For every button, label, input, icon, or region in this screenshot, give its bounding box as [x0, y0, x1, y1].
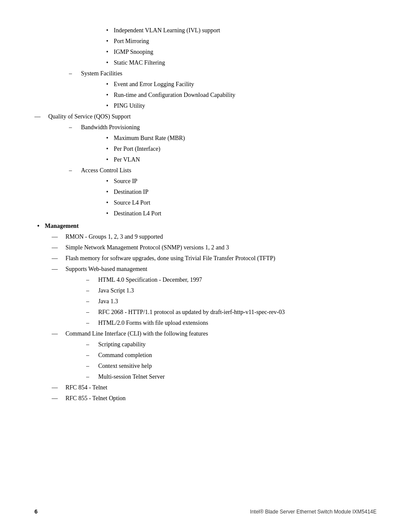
item-text: Quality of Service (QOS) Support: [48, 112, 131, 121]
bullet-symbol: •: [103, 90, 111, 100]
list-item: •Static MAC Filtering: [103, 58, 377, 67]
item-text: Destination L4 Port: [114, 209, 161, 218]
dash-symbol: –: [86, 286, 96, 295]
item-text: Command completion: [98, 351, 152, 360]
emdash-symbol: —: [52, 243, 63, 252]
item-text: RMON - Groups 1, 2, 3 and 9 supported: [65, 232, 163, 241]
list-item: –RFC 2068 - HTTP/1.1 protocol as updated…: [86, 308, 377, 317]
item-text: Event and Error Logging Facility: [114, 80, 194, 89]
bullet-symbol: •: [103, 37, 111, 46]
dash-symbol: –: [86, 297, 96, 306]
bullet-symbol: •: [103, 134, 111, 143]
list-item: –HTML 4.0 Specification - December, 1997: [86, 275, 377, 284]
list-item: –Access Control Lists: [69, 166, 377, 175]
list-item: •Management: [34, 221, 377, 230]
dash-symbol: –: [86, 372, 96, 381]
item-text: PING Utility: [114, 101, 145, 110]
emdash-symbol: —: [52, 254, 63, 263]
list-item: –Java 1.3: [86, 297, 377, 306]
list-item: •Destination IP: [103, 187, 377, 196]
list-item: —Quality of Service (QOS) Support: [34, 112, 377, 121]
list-item: •Maximum Burst Rate (MBR): [103, 134, 377, 143]
item-text: HTML/2.0 Forms with file upload extensio…: [98, 318, 208, 327]
item-text: Maximum Burst Rate (MBR): [114, 134, 185, 143]
bullet-symbol: •: [103, 198, 111, 207]
item-text: Supports Web-based management: [65, 264, 147, 274]
item-text: Scripting capability: [98, 340, 146, 349]
list-item: –Command completion: [86, 351, 377, 360]
bullet-symbol: •: [34, 221, 42, 230]
list-item: —Supports Web-based management: [52, 264, 377, 274]
emdash-symbol: —: [52, 383, 63, 392]
item-text: Multi-session Telnet Server: [98, 372, 165, 381]
list-item: –Bandwidth Provisioning: [69, 123, 377, 132]
item-text: Source L4 Port: [114, 198, 150, 207]
item-text: HTML 4.0 Specification - December, 1997: [98, 275, 202, 284]
dash-symbol: –: [86, 318, 96, 327]
list-item: •Run-time and Configuration Download Cap…: [103, 90, 377, 100]
list-item: •Source IP: [103, 177, 377, 186]
emdash-symbol: —: [34, 112, 46, 121]
footer: 6 Intel® Blade Server Ethernet Switch Mo…: [34, 508, 377, 515]
list-item: •Port Mirroring: [103, 37, 377, 46]
bullet-symbol: •: [103, 177, 111, 186]
item-text: Independent VLAN Learning (IVL) support: [114, 26, 220, 35]
list-item: –Multi-session Telnet Server: [86, 372, 377, 381]
item-text: Java Script 1.3: [98, 286, 134, 295]
item-text: Management: [45, 221, 79, 230]
page-number: 6: [34, 508, 37, 515]
item-text: RFC 854 - Telnet: [65, 383, 107, 392]
item-text: RFC 2068 - HTTP/1.1 protocol as updated …: [98, 308, 285, 317]
item-text: Run-time and Configuration Download Capa…: [114, 90, 235, 100]
emdash-symbol: —: [52, 394, 63, 403]
list-item: —RFC 854 - Telnet: [52, 383, 377, 392]
item-text: Per Port (Interface): [114, 144, 160, 153]
bullet-symbol: •: [103, 47, 111, 56]
list-item: •IGMP Snooping: [103, 47, 377, 56]
bullet-symbol: •: [103, 155, 111, 164]
dash-symbol: –: [69, 166, 78, 175]
item-text: Command Line Interface (CLI) with the fo…: [65, 329, 208, 338]
emdash-symbol: —: [52, 264, 63, 274]
item-text: Per VLAN: [114, 155, 140, 164]
item-text: Access Control Lists: [81, 166, 131, 175]
dash-symbol: –: [69, 69, 78, 78]
list-item: •Destination L4 Port: [103, 209, 377, 218]
bullet-symbol: •: [103, 209, 111, 218]
item-text: System Facilities: [81, 69, 122, 78]
item-text: Static MAC Filtering: [114, 58, 165, 67]
list-item: —Command Line Interface (CLI) with the f…: [52, 329, 377, 338]
bullet-symbol: •: [103, 187, 111, 196]
dash-symbol: –: [69, 123, 78, 132]
list-item: –Scripting capability: [86, 340, 377, 349]
list-item: •Event and Error Logging Facility: [103, 80, 377, 89]
dash-symbol: –: [86, 340, 96, 349]
bullet-symbol: •: [103, 80, 111, 89]
bullet-symbol: •: [103, 26, 111, 35]
list-item: –HTML/2.0 Forms with file upload extensi…: [86, 318, 377, 327]
list-item: •Independent VLAN Learning (IVL) support: [103, 26, 377, 35]
list-item: —Flash memory for software upgrades, don…: [52, 254, 377, 263]
dash-symbol: –: [86, 351, 96, 360]
item-text: Bandwidth Provisioning: [81, 123, 140, 132]
list-item: –Context sensitive help: [86, 361, 377, 370]
list-item: •Per Port (Interface): [103, 144, 377, 153]
item-text: Destination IP: [114, 187, 149, 196]
bullet-symbol: •: [103, 144, 111, 153]
item-text: Source IP: [114, 177, 137, 186]
bullet-symbol: •: [103, 101, 111, 110]
list-item: •Source L4 Port: [103, 198, 377, 207]
list-item: •Per VLAN: [103, 155, 377, 164]
item-text: Simple Network Management Protocol (SNMP…: [65, 243, 229, 252]
list-item: –Java Script 1.3: [86, 286, 377, 295]
content-area: •Independent VLAN Learning (IVL) support…: [34, 26, 377, 403]
emdash-symbol: —: [52, 329, 63, 338]
dash-symbol: –: [86, 308, 96, 317]
item-text: Port Mirroring: [114, 37, 149, 46]
item-text: IGMP Snooping: [114, 47, 153, 56]
dash-symbol: –: [86, 275, 96, 284]
item-text: Flash memory for software upgrades, done…: [65, 254, 275, 263]
list-item: —RMON - Groups 1, 2, 3 and 9 supported: [52, 232, 377, 241]
list-item: •PING Utility: [103, 101, 377, 110]
item-text: Context sensitive help: [98, 361, 152, 370]
